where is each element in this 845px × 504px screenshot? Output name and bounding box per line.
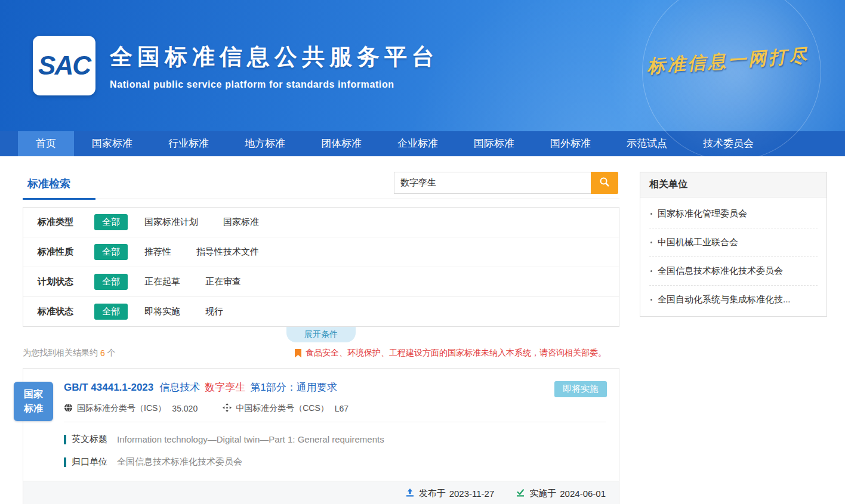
- standard-title-pre: 信息技术: [159, 381, 200, 394]
- bookmark-icon: [295, 349, 301, 358]
- filter-all-button[interactable]: 全部: [94, 214, 128, 230]
- expand-conditions-button[interactable]: 展开条件: [286, 327, 356, 342]
- card-footer: 发布于 2023-11-27 实施于 2024-06-01: [23, 481, 619, 504]
- implement-date: 2024-06-01: [560, 488, 606, 499]
- related-unit-label: 国家标准化管理委员会: [658, 208, 747, 219]
- filter-option[interactable]: 国家标准: [223, 217, 259, 228]
- filter-row-standard-type: 标准类型 全部 国家标准计划 国家标准: [23, 208, 619, 237]
- related-unit-item[interactable]: 国家标准化管理委员会: [649, 200, 818, 228]
- classification-row: 国际标准分类号（ICS） 35.020: [64, 403, 606, 414]
- filter-all-button[interactable]: 全部: [94, 304, 128, 320]
- standard-code: GB/T 43441.1-2023: [64, 382, 153, 394]
- publish-icon: [405, 488, 419, 499]
- related-unit-item[interactable]: 中国机械工业联合会: [649, 228, 818, 257]
- globe-icon: [64, 403, 77, 414]
- english-title-value: Information technology—Digital twin—Part…: [117, 434, 384, 444]
- filter-label: 标准状态: [38, 306, 94, 317]
- filter-row-standard-nature: 标准性质 全部 推荐性 指导性技术文件: [23, 237, 619, 267]
- tab-standard-search[interactable]: 标准检索: [23, 177, 95, 200]
- card-body: GB/T 43441.1-2023 信息技术 数字孪生 第1部分：通用要求: [23, 369, 619, 481]
- notice-text: 食品安全、环境保护、工程建设方面的国家标准未纳入本系统，请咨询相关部委。: [306, 348, 606, 358]
- implement-label: 实施于: [529, 488, 556, 499]
- bullet-dot-icon: [650, 242, 652, 243]
- filter-option[interactable]: 现行: [205, 306, 223, 317]
- site-subtitle: National public service platform for sta…: [110, 79, 439, 90]
- bullet-dot-icon: [650, 270, 652, 272]
- filter-section: 标准类型 全部 国家标准计划 国家标准 标准性质 全部 推荐性 指导性技术文件 …: [23, 207, 619, 342]
- sac-logo[interactable]: SAC: [33, 36, 95, 95]
- page-content: 标准检索 标准类型 全部 国家标准计划: [0, 156, 845, 504]
- filter-option[interactable]: 即将实施: [144, 306, 180, 317]
- search-button[interactable]: [591, 172, 618, 194]
- card-divider: [64, 422, 606, 422]
- nav-item-foreign-standards[interactable]: 国外标准: [532, 131, 609, 156]
- filter-option[interactable]: 推荐性: [144, 246, 171, 258]
- standard-title-link[interactable]: GB/T 43441.1-2023 信息技术 数字孪生 第1部分：通用要求: [64, 381, 606, 394]
- filter-option[interactable]: 指导性技术文件: [196, 246, 259, 258]
- result-count-suffix: 个: [107, 348, 116, 358]
- related-unit-label: 全国自动化系统与集成标准化技...: [658, 294, 791, 305]
- bullet-dot-icon: [650, 299, 652, 301]
- related-unit-item[interactable]: 全国信息技术标准化技术委员会: [649, 257, 818, 286]
- type-badge-line1: 国家: [14, 387, 53, 401]
- filter-row-plan-status: 计划状态 全部 正在起草 正在审查: [23, 267, 619, 297]
- nav-item-local-standards[interactable]: 地方标准: [227, 131, 303, 156]
- nav-item-home[interactable]: 首页: [18, 131, 74, 156]
- sac-logo-text: SAC: [38, 51, 90, 81]
- site-banner: SAC 全国标准信息公共服务平台 National public service…: [0, 0, 845, 131]
- org-row: 归口单位 全国信息技术标准化技术委员会: [64, 456, 606, 468]
- publish-label: 发布于: [419, 488, 446, 499]
- sidebar: 相关单位 国家标准化管理委员会 中国机械工业联合会 全国信息技术标准化技术委员会…: [640, 172, 827, 504]
- standard-title-post: 第1部分：通用要求: [250, 381, 337, 394]
- related-units-panel: 相关单位 国家标准化管理委员会 中国机械工业联合会 全国信息技术标准化技术委员会…: [640, 172, 827, 317]
- standard-title-highlight: 数字孪生: [205, 381, 245, 394]
- related-unit-item[interactable]: 全国自动化系统与集成标准化技...: [649, 286, 818, 314]
- filter-box: 标准类型 全部 国家标准计划 国家标准 标准性质 全部 推荐性 指导性技术文件 …: [23, 207, 619, 327]
- type-badge-line2: 标准: [14, 401, 53, 416]
- publish-date: 2023-11-27: [449, 488, 495, 499]
- filter-option[interactable]: 正在审查: [205, 276, 241, 287]
- search-icon: [599, 177, 610, 189]
- nav-item-international-standards[interactable]: 国际标准: [456, 131, 532, 156]
- ccs-label: 中国标准分类号（CCS）: [236, 403, 329, 414]
- filter-label: 计划状态: [38, 276, 94, 287]
- standard-type-badge: 国家 标准: [14, 382, 53, 421]
- filter-all-button[interactable]: 全部: [94, 244, 128, 260]
- check-icon: [516, 488, 529, 499]
- bullet-dot-icon: [650, 213, 652, 215]
- nav-item-national-standards[interactable]: 国家标准: [74, 131, 150, 156]
- filter-all-button[interactable]: 全部: [94, 274, 128, 290]
- results-meta-line: 为您找到相关结果约 6 个 食品安全、环境保护、工程建设方面的国家标准未纳入本系…: [23, 348, 619, 358]
- filter-option[interactable]: 正在起草: [144, 276, 180, 287]
- ccs-group: 中国标准分类号（CCS） L67: [223, 403, 349, 414]
- english-title-row: 英文标题 Information technology—Digital twin…: [64, 434, 606, 445]
- standard-result-card: 国家 标准 即将实施 GB/T 43441.1-2023 信息技术 数字孪生 第…: [23, 368, 619, 504]
- result-count-prefix: 为您找到相关结果约: [23, 348, 98, 358]
- org-label: 归口单位: [72, 456, 107, 468]
- teal-bar-icon: [64, 435, 66, 444]
- org-value: 全国信息技术标准化技术委员会: [117, 456, 242, 468]
- search-input[interactable]: [394, 172, 591, 194]
- main-column: 标准检索 标准类型 全部 国家标准计划: [23, 172, 619, 504]
- site-title-block: 全国标准信息公共服务平台 National public service pla…: [110, 42, 439, 90]
- search-box: [394, 172, 618, 194]
- related-units-title: 相关单位: [640, 172, 827, 197]
- filter-label: 标准类型: [38, 217, 94, 228]
- publish-date-group: 发布于 2023-11-27: [405, 488, 495, 499]
- nav-item-group-standards[interactable]: 团体标准: [303, 131, 380, 156]
- search-row: 标准检索: [23, 172, 619, 199]
- compass-icon: [223, 403, 236, 414]
- result-count-number: 6: [100, 348, 105, 358]
- status-badge: 即将实施: [554, 381, 607, 397]
- system-notice: 食品安全、环境保护、工程建设方面的国家标准未纳入本系统，请咨询相关部委。: [295, 348, 619, 358]
- nav-item-enterprise-standards[interactable]: 企业标准: [380, 131, 456, 156]
- english-title-label: 英文标题: [72, 434, 107, 445]
- related-unit-label: 全国信息技术标准化技术委员会: [658, 265, 783, 277]
- teal-bar-icon: [64, 457, 66, 467]
- related-units-list: 国家标准化管理委员会 中国机械工业联合会 全国信息技术标准化技术委员会 全国自动…: [640, 197, 827, 316]
- ics-group: 国际标准分类号（ICS） 35.020: [64, 403, 198, 414]
- filter-option[interactable]: 国家标准计划: [144, 217, 198, 228]
- filter-label: 标准性质: [38, 246, 94, 258]
- ccs-value: L67: [335, 404, 349, 413]
- nav-item-industry-standards[interactable]: 行业标准: [150, 131, 227, 156]
